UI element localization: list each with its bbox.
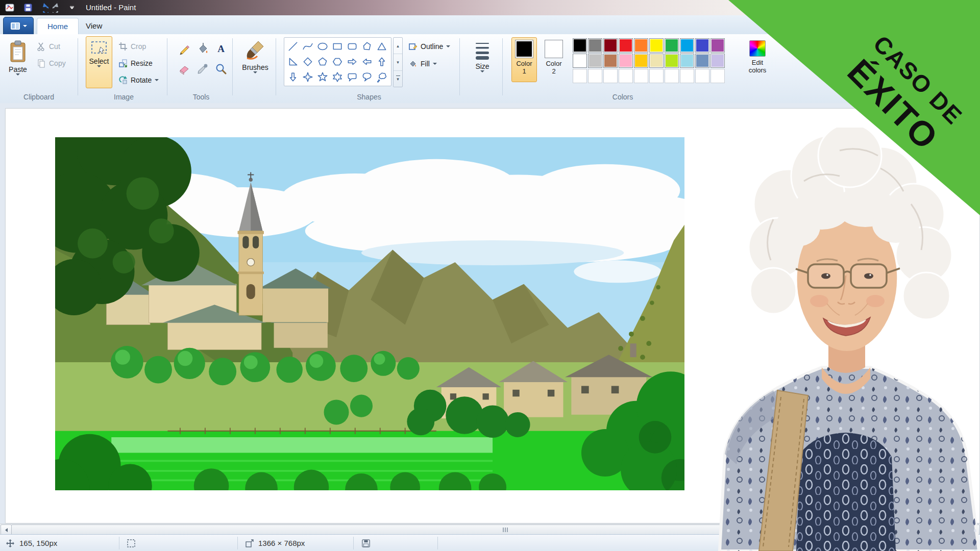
palette-color-swatch[interactable] (649, 54, 664, 68)
shape-rounded-callout-icon[interactable] (345, 69, 359, 85)
shape-oval-icon[interactable] (315, 39, 330, 54)
palette-color-swatch[interactable] (603, 38, 618, 53)
palette-color-swatch[interactable] (619, 38, 633, 53)
palette-color-swatch[interactable] (680, 54, 694, 68)
shapes-scroll-up-icon[interactable]: ▴ (394, 38, 402, 54)
shape-diamond-icon[interactable] (300, 54, 315, 69)
palette-empty-slot[interactable] (665, 69, 679, 83)
eraser-tool-button[interactable] (174, 61, 194, 77)
shape-rounded-rectangle-icon[interactable] (345, 39, 359, 54)
select-button[interactable]: Select (86, 36, 112, 88)
magnifier-icon (214, 62, 228, 76)
palette-color-swatch[interactable] (603, 54, 618, 68)
shape-four-point-star-icon[interactable] (300, 69, 315, 85)
magnifier-tool-button[interactable] (211, 61, 231, 77)
scroll-left-button[interactable] (1, 524, 12, 535)
shape-polygon-icon[interactable] (359, 39, 374, 54)
group-label-colors: Colors (505, 93, 740, 101)
select-icon (90, 40, 108, 55)
shape-oval-callout-icon[interactable] (359, 69, 374, 85)
tab-view[interactable]: View (76, 18, 112, 34)
shape-five-point-star-icon[interactable] (315, 69, 330, 85)
shape-down-arrow-icon[interactable] (285, 69, 300, 85)
shape-left-arrow-icon[interactable] (359, 54, 374, 69)
shapes-gallery-more-icon[interactable]: ▾ (394, 71, 402, 87)
shape-line-icon[interactable] (285, 39, 300, 54)
palette-color-swatch[interactable] (695, 54, 709, 68)
group-label-clipboard: Clipboard (0, 93, 78, 101)
shape-hexagon-icon[interactable] (330, 54, 345, 69)
shape-triangle-icon[interactable] (374, 39, 389, 54)
shape-rectangle-icon[interactable] (330, 39, 345, 54)
paint-window: { "window": { "title": "Untitled - Paint… (0, 0, 980, 551)
palette-empty-slot[interactable] (649, 69, 664, 83)
fill-tool-button[interactable] (192, 40, 213, 57)
color-picker-tool-button[interactable] (192, 61, 213, 77)
brushes-button[interactable]: Brushes (238, 36, 272, 88)
crop-button[interactable]: Crop (116, 40, 148, 53)
palette-color-swatch[interactable] (573, 54, 587, 68)
shape-fill-button[interactable]: Fill (406, 57, 439, 70)
palette-color-swatch[interactable] (573, 38, 587, 53)
palette-empty-slot[interactable] (634, 69, 648, 83)
palette-empty-slot[interactable] (573, 69, 587, 83)
palette-color-swatch[interactable] (588, 38, 602, 53)
svg-text:A: A (217, 43, 225, 54)
save-button[interactable] (22, 2, 34, 13)
rotate-button[interactable]: Rotate (116, 73, 161, 87)
palette-empty-slot[interactable] (588, 69, 602, 83)
shape-curve-icon[interactable] (300, 39, 315, 54)
palette-color-swatch[interactable] (634, 38, 648, 53)
palette-color-swatch[interactable] (619, 54, 633, 68)
pencil-icon (178, 42, 191, 55)
palette-color-swatch[interactable] (710, 54, 725, 68)
paste-button[interactable]: Paste (4, 36, 32, 88)
crop-icon (118, 42, 128, 51)
shape-cloud-callout-icon[interactable] (374, 69, 389, 85)
text-icon: A (214, 42, 228, 55)
app-menu-button[interactable] (3, 17, 34, 35)
redo-button[interactable] (52, 2, 63, 13)
palette-empty-slot[interactable] (695, 69, 709, 83)
outline-button[interactable]: Outline (406, 40, 452, 53)
palette-color-swatch[interactable] (588, 54, 602, 68)
resize-button[interactable]: Resize (116, 57, 155, 70)
undo-button[interactable] (38, 2, 49, 13)
edit-colors-button[interactable]: Edit colors (743, 37, 772, 85)
palette-color-swatch[interactable] (665, 38, 679, 53)
palette-empty-slot[interactable] (603, 69, 618, 83)
shapes-scroll-down-icon[interactable]: ▾ (394, 54, 402, 70)
scrollbar-grip-icon (503, 528, 509, 532)
shape-up-arrow-icon[interactable] (374, 54, 389, 69)
shapes-gallery-box (284, 37, 391, 86)
color1-button[interactable]: Color1 (511, 37, 537, 82)
cut-button[interactable]: Cut (35, 40, 62, 53)
size-button[interactable]: Size (465, 36, 499, 88)
pencil-tool-button[interactable] (174, 40, 194, 57)
palette-color-swatch[interactable] (665, 54, 679, 68)
cursor-position-icon (5, 538, 15, 548)
tab-home[interactable]: Home (37, 18, 79, 35)
quick-access-dropdown-icon[interactable] (66, 2, 78, 13)
shape-right-arrow-icon[interactable] (345, 54, 359, 69)
palette-color-swatch[interactable] (680, 38, 694, 53)
brush-icon (245, 40, 265, 61)
palette-empty-slot[interactable] (680, 69, 694, 83)
shape-six-point-star-icon[interactable] (330, 69, 345, 85)
color-picker-icon (196, 62, 209, 76)
canvas-painting[interactable] (55, 137, 684, 490)
palette-empty-slot[interactable] (619, 69, 633, 83)
palette-color-swatch[interactable] (695, 38, 709, 53)
shape-right-triangle-icon[interactable] (285, 54, 300, 69)
group-colors: Color1 Color2 Edit colors Colors (505, 34, 781, 103)
text-tool-button[interactable]: A (211, 40, 231, 57)
copy-button[interactable]: Copy (35, 57, 68, 70)
canvas-size-indicator: 1366 × 768px (245, 535, 305, 551)
color2-button[interactable]: Color2 (541, 37, 567, 82)
shape-pentagon-icon[interactable] (315, 54, 330, 69)
palette-empty-slot[interactable] (710, 69, 725, 83)
palette-color-swatch[interactable] (634, 54, 648, 68)
palette-color-swatch[interactable] (710, 38, 725, 53)
outline-icon (408, 42, 418, 51)
palette-color-swatch[interactable] (649, 38, 664, 53)
